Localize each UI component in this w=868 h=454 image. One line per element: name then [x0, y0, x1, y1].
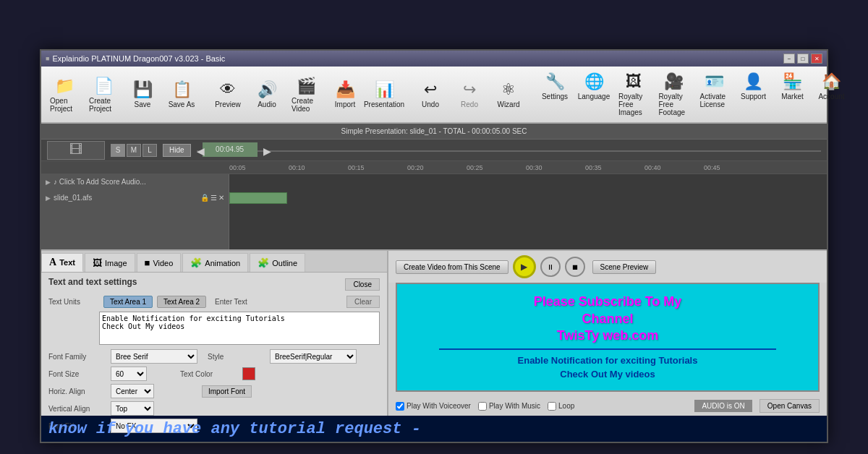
- presentation-icon: 📊: [375, 80, 394, 99]
- import-font-button[interactable]: Import Font: [202, 385, 252, 398]
- activate-license-button[interactable]: 🪪 Activate License: [696, 69, 733, 119]
- minimize-button[interactable]: −: [783, 53, 795, 64]
- font-size-row: Font Size 60 Text Color: [48, 367, 380, 381]
- hide-button[interactable]: Hide: [163, 144, 191, 157]
- timeline-header: Simple Presentation: slide_01 - TOTAL - …: [41, 124, 827, 140]
- tab-animation[interactable]: 🧩 Animation: [182, 253, 248, 272]
- font-family-select[interactable]: Bree Serif: [111, 349, 197, 364]
- audio-track-row: ▶ ♪ Click To Add Score Audio...: [41, 174, 827, 190]
- settings-button[interactable]: 🔧 Settings: [536, 69, 574, 119]
- text-units-row: Text Units Text Area 1 Text Area 2 Enter…: [48, 296, 380, 308]
- ruler-mark-6: 00:35: [585, 164, 644, 171]
- open-canvas-button[interactable]: Open Canvas: [760, 399, 820, 413]
- support-icon: 👤: [744, 72, 763, 91]
- undo-button[interactable]: ↩ Undo: [412, 77, 449, 111]
- play-voiceover-checkbox[interactable]: [396, 402, 404, 411]
- royalty-footage-button[interactable]: 🎥 Royalty Free Footage: [654, 69, 694, 119]
- main-window: ■ Explaindio PLATINUM Dragon007 v3.023 -…: [40, 49, 828, 443]
- size-l-button[interactable]: L: [142, 144, 157, 157]
- timeline-area: Simple Presentation: slide_01 - TOTAL - …: [41, 124, 827, 249]
- scene-preview-button[interactable]: Scene Preview: [592, 260, 657, 274]
- audio-button[interactable]: 🔊 Audio: [248, 77, 286, 111]
- wizard-button[interactable]: ⚛ Wizard: [490, 77, 527, 111]
- lock-icon[interactable]: 🔒: [200, 194, 209, 202]
- size-m-button[interactable]: M: [127, 144, 141, 157]
- video-clip[interactable]: [229, 192, 287, 204]
- scrub-left-arrow[interactable]: ◀: [197, 145, 205, 157]
- ruler-mark-3: 00:20: [407, 164, 467, 171]
- preview-button[interactable]: 👁 Preview: [209, 77, 247, 111]
- bottom-panel: A Text 🖼 Image ■ Video 🧩 Animation 🧩: [41, 249, 827, 416]
- timeline-ruler: 00:05 00:10 00:15 00:20 00:25 00:30 00:3…: [41, 161, 827, 174]
- spacer: [48, 312, 99, 345]
- loop-checkbox-item: Loop: [548, 402, 574, 411]
- ruler-mark-5: 00:30: [526, 164, 585, 171]
- play-button[interactable]: ▶: [513, 255, 536, 278]
- ruler-mark-7: 00:40: [644, 164, 704, 171]
- audio-track-content[interactable]: [229, 174, 827, 190]
- font-style-select[interactable]: BreeSerif|Regular: [270, 349, 357, 364]
- ruler-mark-0: 00:05: [229, 164, 289, 171]
- track-delete-icon[interactable]: ✕: [218, 194, 224, 202]
- video-track-content[interactable]: [229, 190, 827, 206]
- maximize-button[interactable]: □: [797, 53, 809, 64]
- market-button[interactable]: 🏪 Market: [774, 69, 812, 119]
- text-area-1-button[interactable]: Text Area 1: [103, 296, 153, 308]
- account-icon: 🏠: [822, 72, 841, 91]
- stop-button[interactable]: ⏹: [565, 257, 585, 277]
- track-settings-icon[interactable]: ☰: [210, 194, 217, 202]
- presentation-button[interactable]: 📊 Presentation: [365, 77, 403, 111]
- text-color-picker[interactable]: [242, 367, 255, 380]
- open-project-button[interactable]: 📁 Open Project: [46, 74, 83, 116]
- close-button-settings[interactable]: Close: [345, 278, 380, 291]
- audio-icon: 🔊: [258, 80, 277, 99]
- audio-track-label: ▶ ♪ Click To Add Score Audio...: [41, 174, 229, 190]
- newfile-icon: 📄: [94, 77, 114, 95]
- create-video-from-scene-button[interactable]: Create Video from This Scene: [396, 260, 509, 274]
- royalty-img-icon: 🖼: [626, 72, 642, 91]
- import-button[interactable]: 📥 Import: [326, 77, 364, 111]
- tab-outline[interactable]: 🧩 Outline: [250, 253, 305, 272]
- language-button[interactable]: 🌐 Language: [575, 69, 613, 119]
- size-s-button[interactable]: S: [111, 144, 125, 157]
- loop-checkbox[interactable]: [548, 402, 556, 411]
- track-lock-icons: 🔒 ☰ ✕: [200, 194, 224, 202]
- create-video-button[interactable]: 🎬 Create Video: [287, 74, 325, 116]
- royalty-images-button[interactable]: 🖼 Royalty Free Images: [614, 69, 652, 119]
- close-button[interactable]: ✕: [811, 53, 822, 64]
- canvas-divider: [439, 348, 776, 350]
- audio-play-button[interactable]: ▶: [46, 179, 51, 186]
- tab-text[interactable]: A Text: [41, 253, 83, 272]
- preview-controls: Create Video from This Scene ▶ ⏸ ⏹ Scene…: [388, 251, 827, 283]
- ruler-mark-8: 00:45: [704, 164, 763, 171]
- vert-align-select[interactable]: Top: [111, 401, 154, 416]
- font-size-select[interactable]: 60: [111, 367, 147, 381]
- save-button[interactable]: 💾 Save: [124, 77, 161, 111]
- scrub-right-arrow[interactable]: ▶: [263, 145, 271, 157]
- video-play-button[interactable]: ▶: [46, 194, 51, 202]
- account-button[interactable]: 🏠 Account: [813, 69, 851, 119]
- time-display[interactable]: 00:04.95: [203, 142, 258, 157]
- save-as-button[interactable]: 📋 Save As: [163, 77, 200, 111]
- settings-icon: 🔧: [545, 72, 565, 91]
- pause-button[interactable]: ⏸: [540, 257, 561, 277]
- tab-image[interactable]: 🖼 Image: [85, 253, 135, 272]
- create-project-button[interactable]: 📄 Create Project: [85, 74, 122, 116]
- canvas-bottom-text: Enable Notification for exciting Tutoria…: [518, 354, 698, 380]
- play-music-checkbox[interactable]: [478, 402, 487, 411]
- text-area-2-button[interactable]: Text Area 2: [157, 296, 206, 308]
- undo-icon: ↩: [424, 80, 437, 99]
- clear-button[interactable]: Clear: [346, 296, 380, 308]
- redo-button[interactable]: ↪ Redo: [451, 77, 488, 111]
- language-icon: 🌐: [584, 72, 604, 91]
- track-rows: ▶ ♪ Click To Add Score Audio... ▶ slide_…: [41, 174, 827, 249]
- empty-track-area: [41, 206, 827, 249]
- timeline-scrubber-area[interactable]: 00:04.95 ◀ ▶: [197, 142, 821, 158]
- text-input-row: [48, 312, 380, 345]
- tab-video[interactable]: ■ Video: [137, 253, 182, 272]
- video-track-row: ▶ slide_01.afs 🔒 ☰ ✕: [41, 190, 827, 206]
- audio-on-button[interactable]: AUDIO is ON: [694, 400, 752, 412]
- text-input[interactable]: [99, 312, 380, 345]
- support-button[interactable]: 👤 Support: [735, 69, 773, 119]
- horiz-align-select[interactable]: Center: [111, 384, 154, 398]
